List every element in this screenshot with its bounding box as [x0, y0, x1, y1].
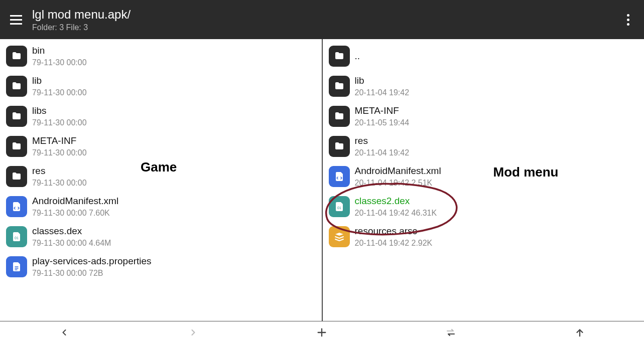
dex-icon: 01 — [6, 226, 27, 247]
file-row[interactable]: lib79-11-30 00:00 — [0, 71, 322, 101]
folder-icon — [6, 166, 27, 187]
header-subtitle: Folder: 3 File: 3 — [32, 23, 618, 32]
file-name: AndroidManifest.xml — [32, 196, 118, 207]
xml-icon — [6, 196, 27, 217]
file-meta: 79-11-30 00:00 72B — [32, 269, 152, 278]
file-name: classes2.dex — [355, 196, 437, 207]
file-texts: classes2.dex20-11-04 19:42 46.31K — [355, 196, 437, 218]
file-row[interactable]: 01classes.dex79-11-30 00:00 4.64M — [0, 222, 322, 252]
header-title: lgl mod menu.apk/ — [32, 8, 618, 22]
file-meta: 20-11-04 19:42 — [355, 88, 410, 97]
svg-text:01: 01 — [337, 206, 341, 210]
file-name: .. — [355, 51, 360, 62]
file-texts: AndroidManifest.xml79-11-30 00:00 7.60K — [32, 196, 118, 218]
file-texts: lib20-11-04 19:42 — [355, 75, 410, 97]
doc-icon — [6, 256, 27, 277]
folder-icon — [329, 46, 350, 67]
app-header: lgl mod menu.apk/ Folder: 3 File: 3 — [0, 0, 644, 39]
file-texts: bin79-11-30 00:00 — [32, 45, 87, 67]
file-meta: 79-11-30 00:00 — [32, 148, 87, 157]
file-name: META-INF — [32, 135, 87, 147]
file-row[interactable]: AndroidManifest.xml79-11-30 00:00 7.60K — [0, 192, 322, 222]
file-name: resources.arsc — [355, 226, 433, 237]
file-texts: META-INF20-11-05 19:44 — [355, 105, 410, 127]
file-row[interactable]: play-services-ads.properties79-11-30 00:… — [0, 252, 322, 282]
file-row[interactable]: AndroidManifest.xml20-11-04 19:42 2.51K — [323, 161, 645, 192]
file-texts: AndroidManifest.xml20-11-04 19:42 2.51K — [355, 165, 441, 188]
folder-icon — [329, 76, 350, 97]
more-icon[interactable] — [618, 10, 638, 30]
file-name: play-services-ads.properties — [32, 256, 152, 267]
file-row[interactable]: META-INF20-11-05 19:44 — [323, 101, 645, 131]
file-row[interactable]: .. — [323, 41, 645, 71]
pane-left: Game bin79-11-30 00:00lib79-11-30 00:00l… — [0, 39, 323, 321]
folder-icon — [6, 136, 27, 157]
file-name: res — [32, 165, 87, 177]
file-texts: classes.dex79-11-30 00:00 4.64M — [32, 226, 111, 248]
folder-icon — [6, 46, 27, 67]
folder-icon — [329, 136, 350, 157]
file-row[interactable]: 01classes2.dex20-11-04 19:42 46.31K — [323, 192, 645, 222]
file-meta: 20-11-04 19:42 2.92K — [355, 239, 433, 248]
bottom-toolbar — [0, 321, 644, 343]
file-row[interactable]: META-INF79-11-30 00:00 — [0, 131, 322, 161]
back-button[interactable] — [0, 321, 129, 343]
add-button[interactable] — [257, 321, 387, 343]
file-name: res — [355, 135, 410, 147]
folder-icon — [329, 106, 350, 127]
file-texts: res20-11-04 19:42 — [355, 135, 410, 157]
file-meta: 79-11-30 00:00 — [32, 118, 87, 127]
file-row[interactable]: libs79-11-30 00:00 — [0, 101, 322, 131]
file-texts: resources.arsc20-11-04 19:42 2.92K — [355, 226, 433, 248]
file-name: classes.dex — [32, 226, 111, 237]
file-texts: play-services-ads.properties79-11-30 00:… — [32, 256, 152, 278]
file-meta: 79-11-30 00:00 — [32, 179, 87, 188]
file-meta: 79-11-30 00:00 — [32, 88, 87, 97]
file-name: libs — [32, 105, 87, 117]
file-meta: 79-11-30 00:00 7.60K — [32, 209, 118, 218]
file-name: lib — [355, 75, 410, 87]
file-row[interactable]: res20-11-04 19:42 — [323, 131, 645, 161]
folder-icon — [6, 76, 27, 97]
menu-icon[interactable] — [6, 10, 26, 30]
dual-pane: Game bin79-11-30 00:00lib79-11-30 00:00l… — [0, 39, 644, 321]
file-texts: META-INF79-11-30 00:00 — [32, 135, 87, 157]
file-meta: 79-11-30 00:00 — [32, 58, 87, 67]
pane-right: Mod menu ..lib20-11-04 19:42META-INF20-1… — [323, 39, 645, 321]
file-name: AndroidManifest.xml — [355, 165, 441, 177]
xml-icon — [329, 166, 350, 187]
file-meta: 20-11-04 19:42 2.51K — [355, 179, 441, 188]
file-row[interactable]: resources.arsc20-11-04 19:42 2.92K — [323, 222, 645, 252]
file-texts: res79-11-30 00:00 — [32, 165, 87, 188]
folder-icon — [6, 106, 27, 127]
up-button[interactable] — [515, 321, 644, 343]
file-meta: 20-11-04 19:42 — [355, 148, 410, 157]
file-meta: 20-11-05 19:44 — [355, 118, 410, 127]
file-name: META-INF — [355, 105, 410, 117]
file-row[interactable]: lib20-11-04 19:42 — [323, 71, 645, 101]
file-texts: .. — [355, 51, 360, 62]
file-name: bin — [32, 45, 87, 57]
file-texts: libs79-11-30 00:00 — [32, 105, 87, 127]
file-row[interactable]: bin79-11-30 00:00 — [0, 41, 322, 71]
dex-icon: 01 — [329, 196, 350, 217]
file-texts: lib79-11-30 00:00 — [32, 75, 87, 97]
swap-button[interactable] — [387, 321, 516, 343]
header-titles: lgl mod menu.apk/ Folder: 3 File: 3 — [32, 8, 618, 32]
file-meta: 20-11-04 19:42 46.31K — [355, 209, 437, 218]
forward-button — [129, 321, 258, 343]
svg-text:01: 01 — [15, 236, 19, 240]
arsc-icon — [329, 226, 350, 247]
file-meta: 79-11-30 00:00 4.64M — [32, 239, 111, 248]
file-row[interactable]: res79-11-30 00:00 — [0, 161, 322, 192]
file-name: lib — [32, 75, 87, 87]
